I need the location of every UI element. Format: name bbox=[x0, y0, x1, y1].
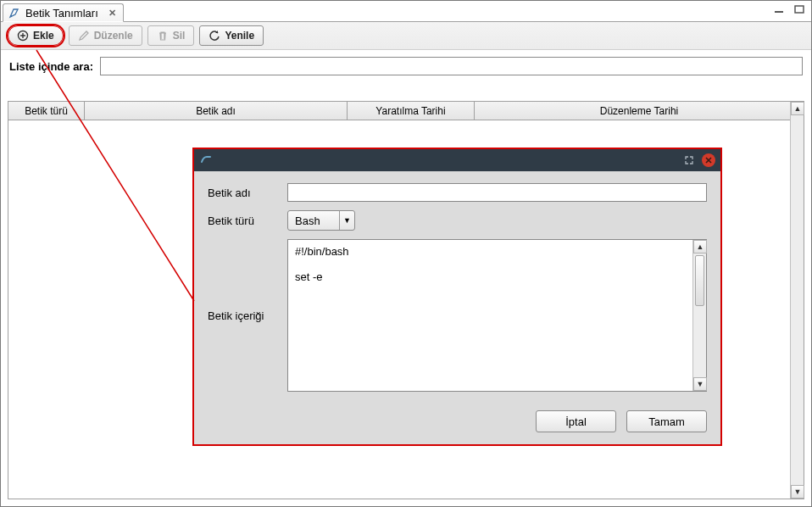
toolbar: Ekle Düzenle Sil Yenile bbox=[1, 22, 811, 50]
tab-title: Betik Tanımları bbox=[25, 7, 98, 20]
refresh-icon bbox=[209, 30, 220, 42]
table-header: Betik türü Betik adı Yaratılma Tarihi Dü… bbox=[8, 102, 804, 120]
maximize-button[interactable] bbox=[793, 3, 806, 15]
script-type-value: Bash bbox=[295, 214, 320, 227]
tab-close-icon[interactable]: ✕ bbox=[108, 8, 116, 19]
edit-button: Düzenle bbox=[69, 25, 142, 46]
trash-icon bbox=[157, 30, 169, 42]
window-controls bbox=[772, 3, 806, 15]
script-type-label: Betik türü bbox=[208, 214, 275, 227]
script-name-label: Betik adı bbox=[208, 187, 275, 199]
add-button[interactable]: Ekle bbox=[8, 25, 64, 46]
tab-script-definitions[interactable]: Betik Tanımları ✕ bbox=[3, 3, 124, 22]
cancel-button[interactable]: İptal bbox=[536, 410, 616, 432]
svg-point-0 bbox=[10, 15, 12, 17]
search-input[interactable] bbox=[100, 57, 803, 75]
dialog-close-button[interactable] bbox=[702, 153, 715, 167]
svg-rect-1 bbox=[775, 11, 783, 13]
dialog-titlebar[interactable] bbox=[194, 149, 720, 171]
table-scrollbar[interactable]: ▲ ▼ bbox=[790, 102, 804, 499]
dialog-app-icon bbox=[199, 153, 213, 169]
column-created-date[interactable]: Yaratılma Tarihi bbox=[348, 102, 475, 120]
column-script-name[interactable]: Betik adı bbox=[85, 102, 348, 120]
search-row: Liste içinde ara: bbox=[1, 50, 811, 82]
textarea-scrollbar[interactable]: ▲ ▼ bbox=[692, 240, 706, 391]
column-script-type[interactable]: Betik türü bbox=[8, 102, 85, 120]
dialog-button-row: İptal Tamam bbox=[208, 410, 707, 432]
add-button-label: Ekle bbox=[33, 30, 54, 42]
script-tab-icon bbox=[8, 7, 20, 19]
scroll-down-icon[interactable]: ▼ bbox=[791, 485, 804, 499]
column-edited-date[interactable]: Düzenleme Tarihi bbox=[475, 102, 804, 120]
dialog-maximize-button[interactable] bbox=[683, 154, 695, 166]
dialog-body: Betik adı Betik türü Bash ▼ Betik içeriğ… bbox=[194, 171, 720, 444]
script-name-input[interactable] bbox=[287, 183, 707, 202]
refresh-button-label: Yenile bbox=[225, 30, 254, 42]
refresh-button[interactable]: Yenile bbox=[199, 25, 264, 46]
script-type-select[interactable]: Bash ▼ bbox=[287, 210, 355, 231]
scroll-up-icon[interactable]: ▲ bbox=[791, 102, 804, 115]
edit-button-label: Düzenle bbox=[94, 30, 133, 42]
script-content-label: Betik içeriği bbox=[208, 309, 275, 322]
script-dialog: Betik adı Betik türü Bash ▼ Betik içeriğ… bbox=[192, 148, 722, 446]
scroll-up-icon[interactable]: ▲ bbox=[693, 240, 707, 254]
tab-strip: Betik Tanımları ✕ bbox=[1, 1, 811, 22]
search-label: Liste içinde ara: bbox=[9, 60, 93, 73]
delete-button-label: Sil bbox=[173, 30, 186, 42]
row-script-content: Betik içeriği #!/bin/bash set -e ▲ ▼ bbox=[208, 239, 707, 392]
row-script-name: Betik adı bbox=[208, 183, 707, 202]
ok-button[interactable]: Tamam bbox=[626, 410, 707, 432]
scroll-thumb[interactable] bbox=[695, 255, 704, 306]
plus-circle-icon bbox=[17, 30, 29, 42]
minimize-button[interactable] bbox=[772, 3, 786, 15]
row-script-type: Betik türü Bash ▼ bbox=[208, 210, 707, 231]
delete-button: Sil bbox=[147, 25, 195, 46]
svg-rect-2 bbox=[795, 6, 804, 13]
scroll-down-icon[interactable]: ▼ bbox=[693, 377, 707, 391]
script-content-text[interactable]: #!/bin/bash set -e bbox=[288, 240, 692, 391]
script-content-textarea[interactable]: #!/bin/bash set -e ▲ ▼ bbox=[287, 239, 707, 392]
cancel-button-label: İptal bbox=[565, 415, 587, 428]
chevron-down-icon: ▼ bbox=[339, 211, 354, 230]
ok-button-label: Tamam bbox=[648, 415, 685, 428]
pencil-icon bbox=[78, 30, 90, 42]
